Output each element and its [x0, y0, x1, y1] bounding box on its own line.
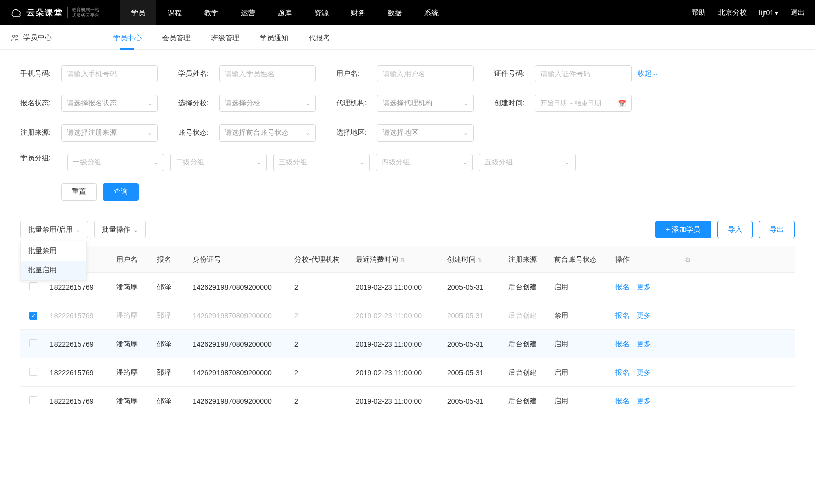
- gear-icon[interactable]: ⚙: [685, 256, 691, 264]
- sub-nav-item-代报考[interactable]: 代报考: [309, 25, 330, 50]
- row-more-link[interactable]: 更多: [637, 397, 651, 405]
- user-icon: [10, 33, 19, 42]
- sub-nav-item-学员通知[interactable]: 学员通知: [260, 25, 288, 50]
- phone-input[interactable]: [61, 65, 158, 82]
- query-button[interactable]: 查询: [103, 183, 139, 201]
- row-more-link[interactable]: 更多: [637, 340, 651, 348]
- cell-username: 潘筠厚: [112, 311, 153, 320]
- brand-name: 云朵课堂: [26, 8, 63, 18]
- acctstatus-select[interactable]: 请选择前台账号状态⌄: [219, 124, 316, 142]
- nav-item-数据[interactable]: 数据: [376, 0, 413, 25]
- export-button[interactable]: 导出: [759, 221, 795, 238]
- sub-nav-item-会员管理[interactable]: 会员管理: [162, 25, 191, 50]
- idno-input[interactable]: [535, 65, 632, 82]
- group-lv1-select[interactable]: 一级分组⌄: [67, 154, 164, 171]
- table-row[interactable]: 18222615769潘筠厚邵泽142629198708092000002201…: [20, 330, 795, 358]
- user-menu[interactable]: lijt01▾: [759, 9, 778, 17]
- cell-id: 14262919870809200000: [188, 283, 290, 291]
- cell-action: 报名更多: [611, 340, 677, 349]
- import-button[interactable]: 导入: [717, 221, 753, 238]
- add-student-button[interactable]: + 添加学员: [655, 221, 711, 238]
- batch-toggle-dropdown[interactable]: 批量禁用/启用⌄: [20, 221, 88, 238]
- cell-create: 2005-05-31: [443, 283, 504, 291]
- row-checkbox[interactable]: [29, 282, 37, 290]
- sub-nav-item-班级管理[interactable]: 班级管理: [211, 25, 239, 50]
- cell-consume: 2019-02-23 11:00:00: [351, 283, 443, 291]
- row-more-link[interactable]: 更多: [637, 311, 651, 319]
- sub-nav-items: 学员中心会员管理班级管理学员通知代报考: [113, 25, 330, 50]
- help-link[interactable]: 帮助: [692, 8, 706, 17]
- nav-item-系统[interactable]: 系统: [413, 0, 450, 25]
- nav-item-学员[interactable]: 学员: [120, 0, 156, 25]
- table-row[interactable]: ✓18222615769潘筠厚邵泽14262919870809200000220…: [20, 301, 795, 330]
- table-row[interactable]: 18222615769潘筠厚邵泽142629198708092000002201…: [20, 273, 795, 301]
- row-checkbox[interactable]: [29, 339, 37, 347]
- group-lv5-select[interactable]: 五级分组⌄: [479, 154, 576, 171]
- col-reg[interactable]: 报名: [153, 255, 188, 264]
- col-source[interactable]: 注册来源: [504, 255, 550, 264]
- agency-select[interactable]: 请选择代理机构⌄: [377, 95, 474, 112]
- row-reg-link[interactable]: 报名: [615, 368, 630, 376]
- nav-item-题库[interactable]: 题库: [266, 0, 303, 25]
- cell-id: 14262919870809200000: [188, 397, 290, 405]
- batch-op-dropdown[interactable]: 批量操作⌄: [94, 221, 146, 238]
- col-id[interactable]: 身份证号: [188, 255, 290, 264]
- cell-phone: 18222615769: [46, 340, 112, 348]
- row-checkbox[interactable]: [29, 396, 37, 404]
- col-status[interactable]: 前台账号状态: [550, 255, 611, 264]
- batch-disable-item[interactable]: 批量禁用: [21, 241, 86, 261]
- row-reg-link[interactable]: 报名: [615, 340, 630, 348]
- batch-enable-item[interactable]: 批量启用: [21, 261, 86, 280]
- cell-status: 启用: [550, 340, 611, 349]
- sub-nav-item-学员中心[interactable]: 学员中心: [113, 25, 142, 50]
- nav-item-财务[interactable]: 财务: [340, 0, 376, 25]
- cell-create: 2005-05-31: [443, 369, 504, 377]
- table-row[interactable]: 18222615769潘筠厚邵泽142629198708092000002201…: [20, 387, 795, 415]
- cell-username: 潘筠厚: [112, 283, 153, 292]
- group-lv3-select[interactable]: 三级分组⌄: [273, 154, 370, 171]
- table-row[interactable]: 18222615769潘筠厚邵泽142629198708092000002201…: [20, 358, 795, 387]
- chevron-down-icon: ⌄: [76, 227, 80, 233]
- cell-id: 14262919870809200000: [188, 340, 290, 348]
- reset-button[interactable]: 重置: [61, 183, 97, 201]
- group-lv2-select[interactable]: 二级分组⌄: [170, 154, 267, 171]
- group-lv4-select[interactable]: 四级分组⌄: [376, 154, 473, 171]
- svg-point-1: [16, 35, 18, 37]
- regsource-select[interactable]: 请选择注册来源⌄: [61, 124, 158, 142]
- row-reg-link[interactable]: 报名: [615, 283, 630, 291]
- cell-username: 潘筠厚: [112, 397, 153, 406]
- region-select[interactable]: 请选择地区⌄: [377, 124, 474, 142]
- nav-item-资源[interactable]: 资源: [303, 0, 340, 25]
- name-label: 学员姓名:: [178, 69, 219, 78]
- row-more-link[interactable]: 更多: [637, 368, 651, 376]
- createtime-range[interactable]: 开始日期 ~ 结束日期📅: [535, 95, 632, 112]
- name-input[interactable]: [219, 65, 316, 82]
- chevron-down-icon: ⌄: [462, 159, 467, 166]
- col-username[interactable]: 用户名: [112, 255, 153, 264]
- col-branch[interactable]: 分校-代理机构: [290, 255, 351, 264]
- col-consume[interactable]: 最近消费时间⇅: [351, 255, 443, 264]
- nav-item-课程[interactable]: 课程: [156, 0, 193, 25]
- row-checkbox[interactable]: [29, 368, 37, 376]
- username-input[interactable]: [377, 65, 474, 82]
- row-checkbox[interactable]: ✓: [29, 312, 37, 320]
- branch-select[interactable]: 请选择分校⌄: [219, 95, 316, 112]
- username-label: 用户名:: [336, 69, 377, 78]
- cell-branch: 2: [290, 312, 351, 320]
- cell-create: 2005-05-31: [443, 397, 504, 405]
- regstatus-select[interactable]: 请选择报名状态⌄: [61, 95, 158, 112]
- batch-dropdown-menu: 批量禁用 批量启用: [20, 241, 87, 281]
- col-create[interactable]: 创建时间⇅: [443, 255, 504, 264]
- collapse-toggle[interactable]: 收起 ︿: [638, 69, 659, 78]
- nav-item-教学[interactable]: 教学: [193, 0, 230, 25]
- chevron-down-icon: ⌄: [147, 129, 152, 136]
- row-more-link[interactable]: 更多: [637, 283, 651, 291]
- branch-link[interactable]: 北京分校: [718, 8, 747, 17]
- logout-link[interactable]: 退出: [791, 8, 805, 17]
- createtime-label: 创建时间:: [494, 99, 535, 108]
- region-label: 选择地区:: [336, 128, 377, 137]
- cell-reg: 邵泽: [153, 340, 188, 349]
- row-reg-link[interactable]: 报名: [615, 311, 630, 319]
- row-reg-link[interactable]: 报名: [615, 397, 630, 405]
- nav-item-运营[interactable]: 运营: [230, 0, 266, 25]
